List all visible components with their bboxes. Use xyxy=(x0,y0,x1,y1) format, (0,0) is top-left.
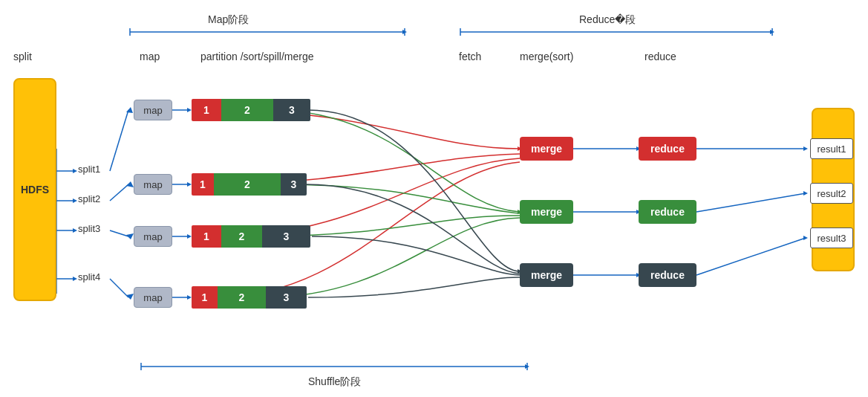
map-col-label: map xyxy=(140,51,160,62)
part2-seg1: 1 xyxy=(192,173,214,196)
reduce-box-dark: reduce xyxy=(639,263,696,287)
svg-marker-27 xyxy=(126,233,134,239)
svg-marker-19 xyxy=(73,228,77,233)
svg-marker-48 xyxy=(803,146,808,151)
map-box-2: map xyxy=(134,174,172,195)
map-box-1: map xyxy=(134,100,172,120)
svg-line-24 xyxy=(110,184,128,201)
part4-seg3: 3 xyxy=(266,286,307,309)
svg-marker-21 xyxy=(73,277,77,281)
reduce-stage-label: Reduce�段 xyxy=(579,13,636,27)
part2-seg3: 3 xyxy=(281,173,307,196)
svg-marker-29 xyxy=(126,294,134,300)
reduce-box-green: reduce xyxy=(639,200,696,224)
partition-bar-3: 1 2 3 xyxy=(192,225,310,248)
svg-marker-25 xyxy=(126,181,134,187)
part1-seg2: 2 xyxy=(221,99,273,121)
merge-box-green: merge xyxy=(520,200,573,224)
split4-label: split4 xyxy=(78,271,100,283)
merge-box-red: merge xyxy=(520,137,573,161)
result1-box: result1 xyxy=(810,138,853,159)
part1-seg1: 1 xyxy=(192,99,221,121)
reduce-col-label: reduce xyxy=(645,51,676,62)
part1-seg3: 3 xyxy=(273,99,310,121)
hdfs-left: HDFS xyxy=(13,78,56,301)
svg-line-28 xyxy=(110,279,128,297)
svg-line-51 xyxy=(696,238,806,275)
result2-box: result2 xyxy=(810,183,853,204)
merge-sort-col-label: merge(sort) xyxy=(520,51,573,62)
split1-label: split1 xyxy=(78,164,100,175)
map-stage-label: Map阶段 xyxy=(208,13,249,27)
split3-label: split3 xyxy=(78,223,100,234)
partition-bar-1: 1 2 3 xyxy=(192,99,310,121)
reduce-box-red: reduce xyxy=(639,137,696,161)
map-box-4: map xyxy=(134,287,172,308)
merge-box-dark: merge xyxy=(520,263,573,287)
map-box-3: map xyxy=(134,226,172,247)
svg-marker-52 xyxy=(803,236,808,240)
svg-line-26 xyxy=(110,230,128,236)
svg-marker-23 xyxy=(126,107,133,113)
svg-line-22 xyxy=(110,110,128,171)
svg-marker-15 xyxy=(73,169,77,173)
result3-box: result3 xyxy=(810,227,853,248)
partition-col-label: partition /sort/spill/merge xyxy=(200,51,314,62)
svg-marker-11 xyxy=(525,364,529,369)
arrows-svg xyxy=(0,0,868,397)
svg-marker-50 xyxy=(803,191,808,196)
svg-marker-3 xyxy=(402,30,407,34)
svg-marker-7 xyxy=(770,30,774,34)
part3-seg1: 1 xyxy=(192,225,221,248)
partition-bar-4: 1 2 3 xyxy=(192,286,307,309)
part3-seg2: 2 xyxy=(221,225,262,248)
split-col-label: split xyxy=(13,51,32,62)
fetch-col-label: fetch xyxy=(459,51,481,62)
part4-seg2: 2 xyxy=(218,286,266,309)
partition-bar-2: 1 2 3 xyxy=(192,173,307,196)
split2-label: split2 xyxy=(78,193,100,204)
diagram: Map阶段 Reduce�段 Shuffle阶段 split map parti… xyxy=(0,0,868,397)
shuffle-stage-label: Shuffle阶段 xyxy=(308,375,361,389)
part4-seg1: 1 xyxy=(192,286,218,309)
part2-seg2: 2 xyxy=(214,173,281,196)
svg-line-49 xyxy=(696,193,806,212)
part3-seg3: 3 xyxy=(262,225,310,248)
svg-marker-17 xyxy=(73,198,77,203)
